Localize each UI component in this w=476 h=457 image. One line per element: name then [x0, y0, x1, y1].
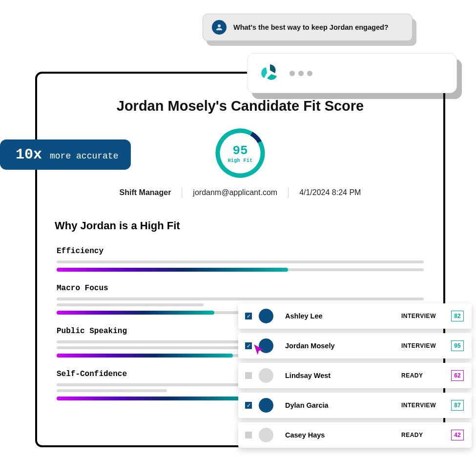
- checkbox-icon[interactable]: ✓: [245, 313, 252, 319]
- brand-logo-icon: [259, 62, 281, 84]
- ai-reply-card[interactable]: [247, 53, 457, 93]
- candidate-score: 95: [451, 340, 464, 351]
- fit-score-ring: 95 High Fit: [215, 128, 266, 179]
- checkbox-icon[interactable]: [245, 372, 252, 379]
- candidate-name: Jordan Mosely: [285, 342, 401, 350]
- chat-question-bubble[interactable]: What's the best way to keep Jordan engag…: [203, 14, 413, 41]
- trait-label: Macro Focus: [57, 284, 424, 293]
- checkbox-icon[interactable]: ✓: [245, 342, 252, 349]
- checkbox-icon[interactable]: [245, 432, 252, 438]
- candidate-row[interactable]: ✓ Dylan Garcia INTERVIEW 87: [238, 393, 472, 418]
- candidate-status: READY: [401, 432, 444, 438]
- avatar: [259, 309, 273, 323]
- loading-dots-icon: [290, 71, 312, 76]
- avatar: [259, 368, 273, 383]
- section-heading: Why Jordan is a High Fit: [55, 219, 426, 232]
- placeholder-text: [57, 260, 424, 263]
- candidate-datetime: 4/1/2024 8:24 PM: [289, 188, 372, 197]
- candidate-email: jordanm@applicant.com: [182, 188, 288, 197]
- candidate-name: Casey Hays: [285, 431, 401, 439]
- trait-bar: [57, 268, 424, 271]
- candidate-score: 62: [451, 370, 464, 381]
- page-title: Jordan Mosely's Candidate Fit Score: [55, 98, 426, 114]
- candidate-name: Dylan Garcia: [285, 401, 401, 409]
- avatar: [259, 398, 273, 413]
- checkbox-icon[interactable]: ✓: [245, 402, 252, 409]
- candidate-status: INTERVIEW: [401, 402, 444, 409]
- candidate-info-line: Shift Manager jordanm@applicant.com 4/1/…: [55, 187, 426, 198]
- candidate-status: READY: [401, 372, 444, 379]
- candidate-score: 42: [451, 430, 464, 440]
- candidate-list: ✓ Ashley Lee INTERVIEW 82 ✓ Jordan Mosel…: [238, 303, 472, 448]
- trait-label: Efficiency: [57, 247, 424, 256]
- candidate-status: INTERVIEW: [401, 313, 444, 319]
- avatar: [259, 338, 273, 353]
- trait-fill: [57, 354, 233, 358]
- candidate-row[interactable]: ✓ Jordan Mosely INTERVIEW 95: [238, 333, 472, 358]
- trait-fill: [57, 397, 259, 400]
- fit-score-label: High Fit: [228, 158, 252, 163]
- badge-text: more accurate: [50, 151, 118, 161]
- candidate-row[interactable]: ✓ Ashley Lee INTERVIEW 82: [238, 303, 472, 329]
- accuracy-badge: 10x more accurate: [0, 139, 131, 170]
- candidate-row[interactable]: Casey Hays READY 42: [238, 422, 472, 448]
- trait-fill: [57, 311, 214, 315]
- candidate-name: Lindsay West: [285, 372, 401, 379]
- candidate-score: 82: [451, 311, 464, 321]
- candidate-row[interactable]: Lindsay West READY 62: [238, 363, 472, 388]
- candidate-name: Ashley Lee: [285, 312, 401, 320]
- badge-highlight: 10x: [16, 146, 42, 163]
- trait-fill: [57, 268, 288, 272]
- trait-efficiency: Efficiency: [55, 247, 426, 271]
- avatar: [259, 428, 273, 442]
- chat-question-text: What's the best way to keep Jordan engag…: [233, 23, 389, 31]
- job-title: Shift Manager: [109, 188, 182, 197]
- candidate-score: 87: [451, 400, 464, 411]
- candidate-status: INTERVIEW: [401, 342, 444, 349]
- fit-score-value: 95: [232, 143, 248, 158]
- user-icon: [212, 20, 227, 35]
